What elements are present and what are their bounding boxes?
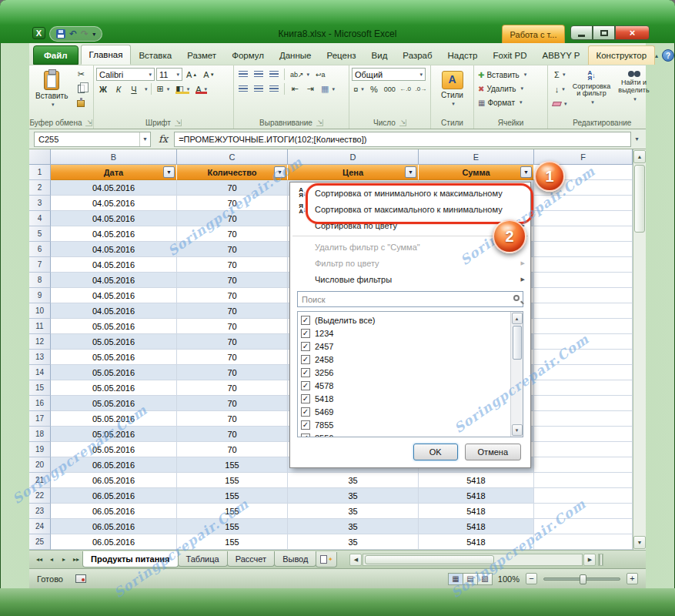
filter-value-item-5[interactable]: ✓4578 — [301, 379, 510, 392]
cut-button[interactable]: ✂ — [74, 68, 88, 81]
cell-B22[interactable]: 06.05.2016 — [51, 488, 177, 504]
cell-F21[interactable] — [534, 473, 633, 488]
row-header-8[interactable]: 8 — [29, 273, 51, 288]
tab-split-handle[interactable] — [598, 554, 603, 566]
ribbon-tab-надстр[interactable]: Надстр — [440, 46, 486, 65]
cell-C18[interactable]: 70 — [177, 427, 288, 442]
cell-B17[interactable]: 05.05.2016 — [51, 411, 177, 427]
list-scroll-down-icon[interactable]: ▼ — [512, 424, 523, 436]
row-header-14[interactable]: 14 — [29, 365, 51, 380]
cell-C2[interactable]: 70 — [177, 180, 288, 196]
name-box[interactable]: C255 ▼ — [34, 132, 151, 147]
checkbox-checked-icon[interactable]: ✓ — [301, 394, 310, 403]
italic-button[interactable]: К — [112, 82, 125, 95]
align-bottom-button[interactable] — [267, 68, 281, 81]
comma-style-button[interactable]: 000 — [383, 82, 397, 95]
bold-button[interactable]: Ж — [96, 82, 110, 95]
filter-value-item-8[interactable]: ✓7855 — [301, 418, 510, 431]
cell-C7[interactable]: 70 — [177, 257, 288, 273]
ribbon-tab-конструктор[interactable]: Конструктор — [588, 45, 656, 65]
prev-sheet-icon[interactable]: ◂ — [45, 553, 58, 567]
checkbox-checked-icon[interactable]: ✓ — [301, 434, 310, 437]
row-header-17[interactable]: 17 — [29, 411, 51, 427]
cell-E25[interactable]: 5418 — [419, 534, 534, 550]
insert-worksheet-button[interactable]: ✦ — [316, 552, 337, 567]
row-header-4[interactable]: 4 — [29, 211, 51, 226]
merge-center-button[interactable]: ▦▾ — [319, 82, 337, 95]
checkbox-checked-icon[interactable]: ✓ — [301, 420, 310, 430]
record-macro-icon[interactable] — [75, 574, 86, 583]
cell-B23[interactable]: 06.05.2016 — [51, 504, 177, 519]
find-select-button[interactable]: Найти и выделить ▾ — [614, 68, 654, 117]
cell-F11[interactable] — [534, 319, 633, 334]
cell-E22[interactable]: 5418 — [419, 488, 534, 504]
ribbon-tab-файл[interactable]: Файл — [33, 45, 79, 65]
filter-value-item-9[interactable]: ✓8556 — [301, 431, 510, 437]
ribbon-tab-abbyy-p[interactable]: ABBYY P — [534, 46, 587, 65]
cell-E21[interactable]: 5418 — [419, 473, 534, 488]
row-header-13[interactable]: 13 — [29, 350, 51, 365]
row-header-22[interactable]: 22 — [29, 488, 51, 504]
minimize-button[interactable] — [570, 25, 593, 40]
ribbon-tab-вид[interactable]: Вид — [364, 46, 396, 65]
paste-button[interactable]: Вставить ▾ — [32, 68, 72, 117]
cell-F17[interactable] — [534, 411, 633, 427]
cell-B3[interactable]: 04.05.2016 — [51, 196, 177, 211]
checkbox-checked-icon[interactable]: ✓ — [301, 342, 310, 351]
cell-B10[interactable]: 04.05.2016 — [51, 303, 177, 319]
cell-C22[interactable]: 155 — [177, 488, 288, 504]
cell-C16[interactable]: 70 — [177, 396, 288, 411]
normal-view-icon[interactable]: ▦ — [448, 573, 463, 585]
row-header-24[interactable]: 24 — [29, 519, 51, 534]
insert-cells-button[interactable]: ✚Вставить▾ — [476, 68, 545, 82]
percent-style-button[interactable]: % — [367, 82, 381, 95]
cell-B8[interactable]: 04.05.2016 — [51, 273, 177, 288]
sort-filter-button[interactable]: АЯ↓ Сортировка и фильтр ▾ — [572, 68, 612, 117]
cell-F8[interactable] — [534, 273, 633, 288]
cell-F18[interactable] — [534, 427, 633, 442]
cell-E24[interactable]: 5418 — [419, 519, 534, 534]
row-header-15[interactable]: 15 — [29, 380, 51, 396]
row-header-6[interactable]: 6 — [29, 242, 51, 257]
increase-indent-button[interactable]: ⇥ — [303, 82, 317, 95]
ok-button[interactable]: OK — [413, 444, 458, 460]
filter-value-item-2[interactable]: ✓2457 — [301, 340, 510, 353]
zoom-level[interactable]: 100% — [498, 574, 520, 584]
cell-D22[interactable]: 35 — [288, 488, 419, 504]
ribbon-tab-данные[interactable]: Данные — [272, 46, 319, 65]
clear-button[interactable]: ▾ — [550, 97, 570, 110]
formula-input[interactable]: =ПРОМЕЖУТОЧНЫЕ.ИТОГИ(102;[Количество]) — [174, 132, 631, 147]
cell-B4[interactable]: 04.05.2016 — [51, 211, 177, 226]
row-header-19[interactable]: 19 — [29, 442, 51, 457]
cell-F15[interactable] — [534, 380, 633, 396]
cell-C17[interactable]: 70 — [177, 411, 288, 427]
page-layout-view-icon[interactable]: ▤ — [463, 573, 478, 585]
cell-F20[interactable] — [534, 457, 633, 473]
cell-C13[interactable]: 70 — [177, 350, 288, 365]
cell-D23[interactable]: 35 — [288, 504, 419, 519]
font-name-combo[interactable]: Calibri▾ — [96, 68, 155, 81]
cell-B18[interactable]: 05.05.2016 — [51, 427, 177, 442]
ribbon-tab-размет[interactable]: Размет — [179, 46, 224, 65]
accounting-format-button[interactable]: ¤▾ — [352, 82, 366, 95]
cell-C12[interactable]: 70 — [177, 334, 288, 350]
close-button[interactable]: × — [615, 25, 650, 40]
cell-E23[interactable]: 5418 — [419, 504, 534, 519]
row-header-20[interactable]: 20 — [29, 457, 51, 473]
styles-button[interactable]: А Стили ▾ — [437, 68, 467, 117]
grow-font-button[interactable]: А▲ — [184, 68, 199, 81]
align-left-button[interactable] — [236, 82, 250, 95]
shrink-font-button[interactable]: А▼ — [201, 68, 216, 81]
cell-B21[interactable]: 06.05.2016 — [51, 473, 177, 488]
cell-B20[interactable]: 06.05.2016 — [51, 457, 177, 473]
first-sheet-icon[interactable]: ◂◂ — [33, 553, 45, 567]
cell-F13[interactable] — [534, 350, 633, 365]
vertical-scrollbar[interactable]: ▲ ▼ — [633, 149, 646, 550]
cell-B2[interactable]: 04.05.2016 — [51, 180, 177, 196]
cell-F6[interactable] — [534, 242, 633, 257]
collapse-ribbon-icon[interactable]: ▴ — [655, 52, 658, 59]
cell-C8[interactable]: 70 — [177, 273, 288, 288]
next-sheet-icon[interactable]: ▸ — [58, 553, 70, 567]
cell-F3[interactable] — [534, 196, 633, 211]
row-header-11[interactable]: 11 — [29, 319, 51, 334]
